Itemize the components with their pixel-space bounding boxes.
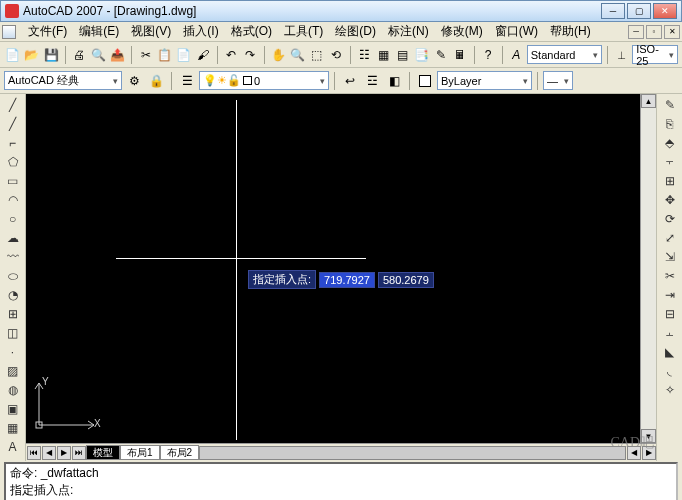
hatch-button[interactable]: ▨ [3, 362, 23, 380]
workspace-lock-button[interactable]: 🔒 [146, 71, 166, 91]
tab-last-button[interactable]: ⏭ [72, 446, 86, 460]
publish-button[interactable]: 📤 [109, 45, 126, 65]
tab-next-button[interactable]: ▶ [57, 446, 71, 460]
tab-model[interactable]: 模型 [86, 445, 120, 460]
save-button[interactable]: 💾 [42, 45, 59, 65]
command-window[interactable]: 命令: _dwfattach 指定插入点: [4, 462, 678, 500]
matchprop-button[interactable]: 🖌 [195, 45, 212, 65]
cut-button[interactable]: ✂ [137, 45, 154, 65]
hscroll-left-button[interactable]: ◀ [627, 446, 641, 460]
scale-button[interactable]: ⤢ [660, 229, 680, 247]
layer-combo[interactable]: 💡 ☀ 🔓 0 [199, 71, 329, 90]
join-button[interactable]: ⫠ [660, 324, 680, 342]
stretch-button[interactable]: ⇲ [660, 248, 680, 266]
chamfer-button[interactable]: ◣ [660, 343, 680, 361]
horizontal-scrollbar[interactable] [199, 446, 626, 460]
scroll-down-button[interactable]: ▼ [641, 429, 656, 443]
dimstyle-button[interactable]: ⟂ [613, 45, 630, 65]
color-combo[interactable]: ByLayer [437, 71, 532, 90]
line-button[interactable]: ╱ [3, 96, 23, 114]
zoom-realtime-button[interactable]: 🔍 [289, 45, 306, 65]
menu-format[interactable]: 格式(O) [225, 21, 278, 42]
layer-iso-button[interactable]: ◧ [384, 71, 404, 91]
scroll-up-button[interactable]: ▲ [641, 94, 656, 108]
document-icon[interactable] [2, 25, 16, 39]
properties-button[interactable]: ☷ [355, 45, 372, 65]
menu-tools[interactable]: 工具(T) [278, 21, 329, 42]
dyn-x-field[interactable]: 719.7927 [319, 272, 375, 288]
menu-view[interactable]: 视图(V) [125, 21, 177, 42]
open-button[interactable]: 📂 [23, 45, 40, 65]
designcenter-button[interactable]: ▦ [375, 45, 392, 65]
menu-edit[interactable]: 编辑(E) [73, 21, 125, 42]
color-swatch-button[interactable] [415, 71, 435, 91]
textstyle-combo[interactable]: Standard [527, 45, 602, 64]
copy-button[interactable]: 📋 [156, 45, 173, 65]
copy-obj-button[interactable]: ⎘ [660, 115, 680, 133]
dimstyle-combo[interactable]: ISO-25 [632, 45, 678, 64]
dyn-y-field[interactable]: 580.2679 [378, 272, 434, 288]
pan-button[interactable]: ✋ [270, 45, 287, 65]
mdi-restore-button[interactable]: ▫ [646, 25, 662, 39]
menu-help[interactable]: 帮助(H) [544, 21, 597, 42]
mdi-close-button[interactable]: ✕ [664, 25, 680, 39]
markup-button[interactable]: ✎ [432, 45, 449, 65]
insert-button[interactable]: ⊞ [3, 305, 23, 323]
tab-layout1[interactable]: 布局1 [120, 445, 160, 460]
menu-insert[interactable]: 插入(I) [177, 21, 224, 42]
trim-button[interactable]: ✂ [660, 267, 680, 285]
mtext-button[interactable]: A [3, 438, 23, 456]
mirror-button[interactable]: ⬘ [660, 134, 680, 152]
ellipsearc-button[interactable]: ◔ [3, 286, 23, 304]
redo-button[interactable]: ↷ [242, 45, 259, 65]
array-button[interactable]: ⊞ [660, 172, 680, 190]
explode-button[interactable]: ✧ [660, 381, 680, 399]
textstyle-font-button[interactable]: A [508, 45, 525, 65]
paste-button[interactable]: 📄 [175, 45, 192, 65]
workspace-settings-button[interactable]: ⚙ [124, 71, 144, 91]
zoom-previous-button[interactable]: ⟲ [327, 45, 344, 65]
fillet-button[interactable]: ◟ [660, 362, 680, 380]
drawing-canvas[interactable]: 指定插入点: 719.7927 580.2679 Y X [26, 94, 640, 443]
menu-dimension[interactable]: 标注(N) [382, 21, 435, 42]
menu-draw[interactable]: 绘图(D) [329, 21, 382, 42]
zoom-window-button[interactable]: ⬚ [308, 45, 325, 65]
offset-button[interactable]: ⫟ [660, 153, 680, 171]
menu-modify[interactable]: 修改(M) [435, 21, 489, 42]
menu-window[interactable]: 窗口(W) [489, 21, 544, 42]
new-button[interactable]: 📄 [4, 45, 21, 65]
tab-prev-button[interactable]: ◀ [42, 446, 56, 460]
table-button[interactable]: ▦ [3, 419, 23, 437]
circle-button[interactable]: ○ [3, 210, 23, 228]
preview-button[interactable]: 🔍 [90, 45, 107, 65]
mdi-minimize-button[interactable]: ─ [628, 25, 644, 39]
ellipse-button[interactable]: ⬭ [3, 267, 23, 285]
print-button[interactable]: 🖨 [70, 45, 87, 65]
close-button[interactable]: ✕ [653, 3, 677, 19]
rectangle-button[interactable]: ▭ [3, 172, 23, 190]
tab-first-button[interactable]: ⏮ [27, 446, 41, 460]
break-button[interactable]: ⊟ [660, 305, 680, 323]
polygon-button[interactable]: ⬠ [3, 153, 23, 171]
pline-button[interactable]: ⌐ [3, 134, 23, 152]
move-button[interactable]: ✥ [660, 191, 680, 209]
hscroll-right-button[interactable]: ▶ [642, 446, 656, 460]
extend-button[interactable]: ⇥ [660, 286, 680, 304]
region-button[interactable]: ▣ [3, 400, 23, 418]
rotate-button[interactable]: ⟳ [660, 210, 680, 228]
gradient-button[interactable]: ◍ [3, 381, 23, 399]
linetype-combo[interactable]: — [543, 71, 573, 90]
block-button[interactable]: ◫ [3, 324, 23, 342]
tab-layout2[interactable]: 布局2 [160, 445, 200, 460]
calculator-button[interactable]: 🖩 [451, 45, 468, 65]
revcloud-button[interactable]: ☁ [3, 229, 23, 247]
help-button[interactable]: ? [480, 45, 497, 65]
maximize-button[interactable]: ▢ [627, 3, 651, 19]
arc-button[interactable]: ◠ [3, 191, 23, 209]
menu-file[interactable]: 文件(F) [22, 21, 73, 42]
vertical-scrollbar[interactable]: ▲ ▼ [640, 94, 656, 443]
layer-previous-button[interactable]: ↩ [340, 71, 360, 91]
undo-button[interactable]: ↶ [223, 45, 240, 65]
workspace-combo[interactable]: AutoCAD 经典 [4, 71, 122, 90]
minimize-button[interactable]: ─ [601, 3, 625, 19]
